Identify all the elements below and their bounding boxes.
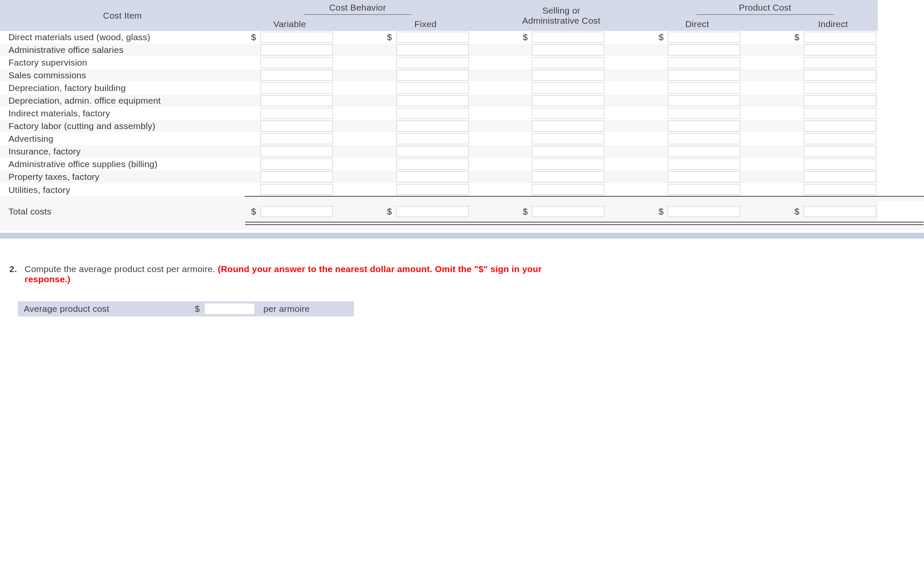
cost-input[interactable] [804,32,876,43]
cost-input[interactable] [668,57,740,68]
cost-input[interactable] [396,121,469,132]
cost-input[interactable] [804,83,876,94]
dollar-sign [788,69,802,82]
cost-input[interactable] [260,108,333,119]
cost-input[interactable] [260,133,333,144]
cost-input[interactable] [532,159,604,170]
cost-input[interactable] [396,32,469,43]
cost-input[interactable] [668,121,740,132]
cost-input[interactable] [668,159,740,170]
totals-row: Total costs $ $ $ $ $ [0,202,924,221]
cost-input[interactable] [260,32,333,43]
cost-item-label: Sales commissions [0,69,245,82]
cost-input[interactable] [532,146,604,157]
cost-input[interactable] [532,32,604,43]
cost-input[interactable] [532,171,604,182]
cost-input[interactable] [532,121,604,132]
cost-input[interactable] [804,95,876,106]
cost-input[interactable] [260,95,333,106]
dollar-sign [517,107,531,120]
total-selling-input[interactable] [532,206,604,217]
totals-label: Total costs [0,202,245,221]
cost-input[interactable] [668,95,740,106]
cost-item-label: Property taxes, factory [0,171,245,183]
dollar-sign [517,183,531,196]
cost-input[interactable] [396,159,469,170]
total-fixed-input[interactable] [396,206,469,217]
dollar-sign [517,145,531,158]
cost-input[interactable] [668,32,740,43]
question-text: Compute the average product cost per arm… [25,264,218,274]
dollar-sign [652,132,666,145]
cost-item-label: Depreciation, admin. office equipment [0,94,245,107]
header-selling-admin: Selling or Administrative Cost [517,0,606,31]
dollar-sign [381,183,395,196]
cost-input[interactable] [532,133,604,144]
cost-input[interactable] [260,146,333,157]
cost-input[interactable] [260,44,333,55]
cost-input[interactable] [532,95,604,106]
cost-input[interactable] [260,159,333,170]
cost-input[interactable] [396,57,469,68]
question-2: 2. Compute the average product cost per … [9,264,602,284]
dollar-sign [652,183,666,196]
cost-input[interactable] [532,108,604,119]
cost-input[interactable] [668,44,740,55]
cost-input[interactable] [260,57,333,68]
cost-input[interactable] [668,171,740,182]
cost-input[interactable] [260,184,333,195]
table-row: Depreciation, factory building [0,82,924,94]
cost-input[interactable] [668,133,740,144]
dollar-sign [788,82,802,94]
cost-input[interactable] [804,184,876,195]
cost-input[interactable] [260,83,333,94]
cost-input[interactable] [804,108,876,119]
cost-input[interactable] [396,44,469,55]
total-variable-input[interactable] [260,206,333,217]
cost-input[interactable] [396,108,469,119]
cost-input[interactable] [804,121,876,132]
cost-input[interactable] [668,146,740,157]
cost-input[interactable] [668,108,740,119]
cost-input[interactable] [260,171,333,182]
cost-input[interactable] [804,146,876,157]
total-indirect-input[interactable] [804,206,876,217]
cost-input[interactable] [532,57,604,68]
cost-classification-table: Cost Item Cost Behavior Selling or Admin… [0,0,924,230]
cost-input[interactable] [396,83,469,94]
dollar-sign [245,94,259,107]
cost-input[interactable] [532,184,604,195]
dollar-sign: $ [652,202,666,221]
cost-input[interactable] [804,57,876,68]
cost-input[interactable] [668,184,740,195]
cost-input[interactable] [532,70,604,81]
cost-input[interactable] [396,133,469,144]
cost-input[interactable] [532,83,604,94]
cost-input[interactable] [804,159,876,170]
cost-input[interactable] [668,83,740,94]
table-row: Sales commissions [0,69,924,82]
cost-item-label: Utilities, factory [0,183,245,196]
dollar-sign [381,107,395,120]
cost-input[interactable] [804,133,876,144]
cost-input[interactable] [804,171,876,182]
dollar-sign [381,132,395,145]
total-direct-input[interactable] [668,206,740,217]
cost-input[interactable] [532,44,604,55]
cost-input[interactable] [396,70,469,81]
cost-input[interactable] [396,184,469,195]
dollar-sign [517,69,531,82]
dollar-sign [652,69,666,82]
dollar-sign [381,69,395,82]
cost-input[interactable] [260,70,333,81]
cost-input[interactable] [668,70,740,81]
average-product-cost-input[interactable] [204,303,255,315]
cost-input[interactable] [260,121,333,132]
cost-input[interactable] [396,95,469,106]
dollar-sign: $ [788,31,802,44]
cost-input[interactable] [396,146,469,157]
cost-input[interactable] [396,171,469,182]
cost-input[interactable] [804,70,876,81]
dollar-sign [652,107,666,120]
cost-input[interactable] [804,44,876,55]
